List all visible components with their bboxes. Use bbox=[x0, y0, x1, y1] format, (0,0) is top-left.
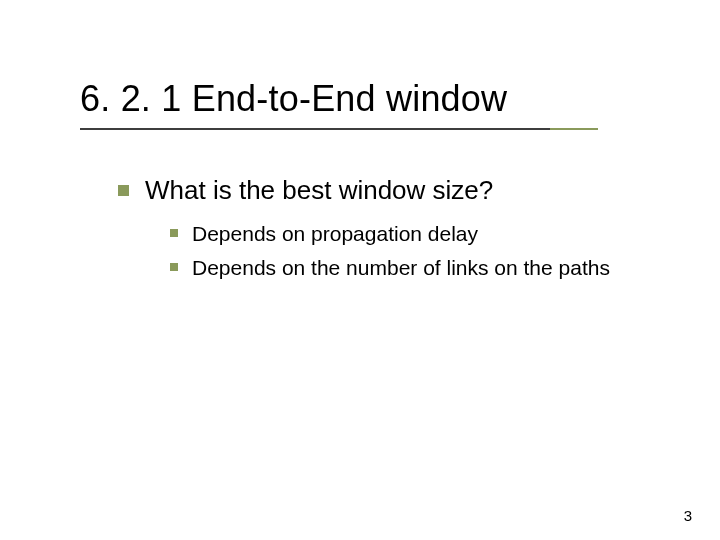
slide: 6. 2. 1 End-to-End window What is the be… bbox=[0, 0, 720, 540]
title-underline-accent bbox=[550, 128, 598, 130]
bullet-level1: What is the best window size? bbox=[118, 175, 493, 206]
title-underline bbox=[80, 128, 550, 130]
list-item: Depends on the number of links on the pa… bbox=[170, 254, 640, 282]
level1-text: What is the best window size? bbox=[145, 175, 493, 206]
list-item: Depends on propagation delay bbox=[170, 220, 640, 248]
page-number: 3 bbox=[684, 507, 692, 524]
slide-title: 6. 2. 1 End-to-End window bbox=[80, 78, 507, 120]
level2-text: Depends on the number of links on the pa… bbox=[192, 254, 610, 282]
square-bullet-icon bbox=[170, 263, 178, 271]
bullet-level2-list: Depends on propagation delay Depends on … bbox=[170, 220, 640, 289]
title-block: 6. 2. 1 End-to-End window bbox=[80, 78, 507, 120]
level2-text: Depends on propagation delay bbox=[192, 220, 478, 248]
square-bullet-icon bbox=[170, 229, 178, 237]
square-bullet-icon bbox=[118, 185, 129, 196]
